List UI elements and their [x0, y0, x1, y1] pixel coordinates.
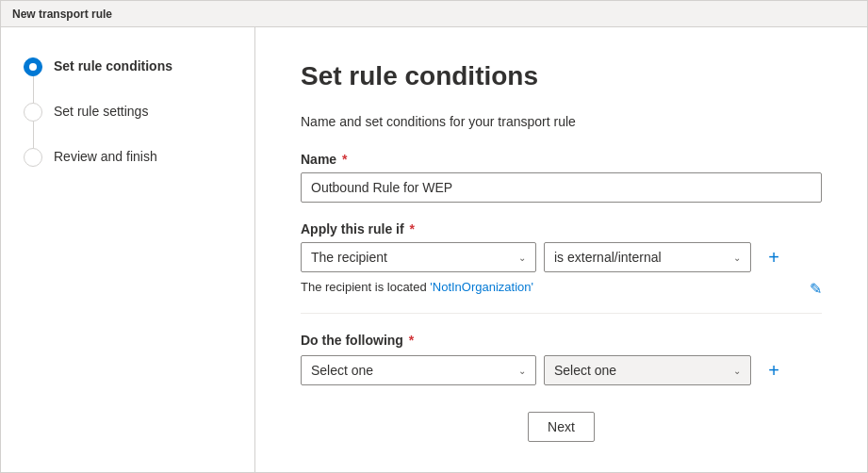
condition-description-text: The recipient is located 'NotInOrganizat… [301, 280, 533, 294]
do-following-dropdown-2[interactable]: Select one ⌄ [544, 355, 751, 385]
condition-desc-row: The recipient is located 'NotInOrganizat… [301, 280, 822, 298]
step-circle-2 [24, 103, 42, 122]
add-do-following-button[interactable]: + [759, 355, 789, 385]
name-input[interactable] [301, 172, 822, 203]
recipient-chevron-icon: ⌄ [518, 253, 526, 263]
apply-rule-field-group: Apply this rule if * The recipient ⌄ is … [301, 221, 822, 314]
sidebar: Set rule conditions Set rule settings Re… [1, 27, 255, 473]
select-one-chevron-2: ⌄ [733, 366, 741, 376]
select-one-chevron-1: ⌄ [518, 366, 526, 376]
apply-rule-label: Apply this rule if * [301, 221, 822, 236]
page-title: Set rule conditions [301, 61, 822, 91]
recipient-dropdown-value: The recipient [311, 250, 387, 265]
do-following-field-group: Do the following * Select one ⌄ Select o… [301, 333, 822, 385]
name-label: Name * [301, 152, 822, 167]
step-circle-1 [24, 57, 42, 76]
name-required-star: * [342, 152, 347, 167]
do-following-label: Do the following * [301, 333, 822, 348]
condition-dropdown[interactable]: is external/internal ⌄ [544, 242, 751, 272]
step-item-3: Review and finish [24, 148, 232, 167]
next-button[interactable]: Next [528, 412, 595, 442]
plus-icon: + [768, 247, 779, 269]
condition-row: The recipient ⌄ is external/internal ⌄ + [301, 242, 822, 272]
divider-1 [301, 313, 822, 314]
step-label-2: Set rule settings [54, 103, 148, 119]
connector-1 [33, 76, 34, 103]
step-item-1: Set rule conditions [24, 57, 232, 76]
do-following-plus-icon: + [768, 360, 779, 382]
add-condition-button[interactable]: + [759, 242, 789, 272]
main-content: Set rule conditions Name and set conditi… [255, 27, 867, 473]
condition-dropdown-value: is external/internal [554, 250, 662, 265]
step-circle-3 [24, 148, 42, 167]
edit-condition-icon[interactable]: ✎ [810, 280, 822, 298]
do-following-required-star: * [409, 333, 414, 348]
step-label-3: Review and finish [54, 148, 157, 164]
step-label-1: Set rule conditions [54, 57, 172, 73]
select-one-value-2: Select one [554, 363, 616, 378]
condition-link[interactable]: 'NotInOrganization' [430, 280, 533, 294]
do-following-dropdown-1[interactable]: Select one ⌄ [301, 355, 536, 385]
select-one-value-1: Select one [311, 363, 373, 378]
description-text: Name and set conditions for your transpo… [301, 114, 822, 129]
title-bar: New transport rule [1, 1, 867, 27]
do-following-row: Select one ⌄ Select one ⌄ + [301, 355, 822, 385]
name-field-group: Name * [301, 152, 822, 203]
recipient-dropdown[interactable]: The recipient ⌄ [301, 242, 536, 272]
condition-chevron-icon: ⌄ [733, 253, 741, 263]
apply-rule-required-star: * [410, 221, 415, 236]
connector-2 [33, 122, 34, 148]
step-item-2: Set rule settings [24, 103, 232, 122]
next-button-container: Next [301, 404, 822, 442]
title-bar-label: New transport rule [12, 8, 112, 21]
main-layout: Set rule conditions Set rule settings Re… [1, 27, 867, 473]
